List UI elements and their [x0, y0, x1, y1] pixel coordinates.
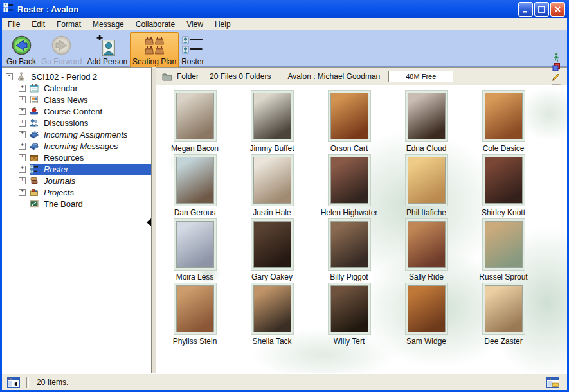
student-photo[interactable]: [485, 157, 523, 204]
close-button[interactable]: [550, 2, 565, 17]
student-card-dee-zaster[interactable]: Dee Zaster: [465, 283, 542, 347]
close-icon: [554, 5, 562, 13]
tree-item-course-content[interactable]: + Course Content: [2, 105, 151, 117]
free-space-indicator: 48M Free: [388, 71, 453, 82]
student-card-phil-itafiche[interactable]: Phil Itafiche: [388, 154, 465, 218]
news-icon: [30, 95, 39, 105]
pencil-icon[interactable]: [552, 72, 563, 82]
student-card-sam-widge[interactable]: Sam Widge: [388, 283, 465, 347]
student-name: Phil Itafiche: [406, 208, 446, 217]
title-bar[interactable]: Roster : Avalon: [0, 0, 569, 18]
session-user: Avalon : Michael Goodman: [287, 72, 380, 81]
tree-item-sci102-period-2[interactable]: - SCI102 - Period 2: [2, 71, 151, 82]
student-name: Shirley Knott: [482, 208, 525, 217]
seating-plan-button[interactable]: Seating Plan: [130, 32, 179, 67]
expand-icon[interactable]: +: [19, 166, 26, 173]
student-photo[interactable]: [253, 221, 291, 268]
tree-item-the-board[interactable]: The Board: [2, 198, 151, 209]
student-card-jimmy-buffet[interactable]: Jimmy Buffet: [233, 90, 311, 154]
student-photo[interactable]: [330, 221, 368, 268]
student-name: Orson Cart: [330, 144, 368, 153]
student-photo[interactable]: [330, 157, 368, 204]
toggle-tree-panel-icon[interactable]: [7, 377, 20, 388]
tree-item-roster[interactable]: + Roster: [2, 163, 151, 175]
student-photo[interactable]: [485, 285, 523, 332]
student-photo[interactable]: [330, 93, 368, 139]
tree-item-journals[interactable]: + Journals: [2, 175, 151, 186]
tree-item-incoming-messages[interactable]: + Incoming Messages: [2, 140, 151, 152]
expand-icon[interactable]: +: [19, 143, 26, 150]
student-card-orson-cart[interactable]: Orson Cart: [311, 90, 388, 154]
student-photo[interactable]: [330, 285, 368, 332]
student-card-justin-hale[interactable]: Justin Hale: [233, 154, 311, 218]
menu-item-message[interactable]: Message: [87, 19, 130, 30]
expand-icon[interactable]: +: [19, 120, 26, 127]
go-back-button[interactable]: Go Back: [4, 32, 39, 67]
maximize-button[interactable]: [534, 2, 549, 17]
menu-item-collaborate[interactable]: Collaborate: [130, 19, 181, 30]
tree-item-projects[interactable]: + Projects: [2, 186, 151, 198]
student-card-sheila-tack[interactable]: Sheila Tack: [233, 283, 311, 347]
student-card-gary-oakey[interactable]: Gary Oakey: [233, 218, 311, 283]
expand-icon[interactable]: +: [19, 108, 26, 115]
student-card-edna-cloud[interactable]: Edna Cloud: [388, 90, 465, 154]
student-card-sally-ride[interactable]: Sally Ride: [388, 218, 465, 283]
tree-item-label: Discussions: [42, 118, 90, 128]
expand-icon[interactable]: +: [19, 85, 26, 92]
roster-button[interactable]: Roster: [179, 32, 206, 67]
tree-item-discussions[interactable]: + Discussions: [2, 117, 151, 129]
student-card-shirley-knott[interactable]: Shirley Knott: [465, 154, 542, 218]
tree-item-class-news[interactable]: + Class News: [2, 94, 151, 105]
tree-item-label: Incoming Assignments: [42, 130, 129, 139]
person-info-icon[interactable]: [552, 53, 563, 62]
content-icon: [30, 107, 39, 116]
student-card-dan-gerous[interactable]: Dan Gerous: [156, 154, 233, 218]
menu-item-help[interactable]: Help: [209, 19, 237, 30]
student-photo[interactable]: [176, 221, 214, 268]
expand-icon[interactable]: +: [19, 131, 26, 138]
add-person-button[interactable]: Add Person: [84, 32, 130, 67]
student-photo[interactable]: [485, 93, 523, 139]
student-photo[interactable]: [176, 93, 214, 139]
student-photo[interactable]: [176, 157, 214, 204]
student-photo[interactable]: [176, 285, 214, 332]
tree-item-incoming-assignments[interactable]: + Incoming Assignments: [2, 129, 151, 140]
student-card-helen-highwater[interactable]: Helen Highwater: [311, 154, 388, 218]
student-photo[interactable]: [253, 285, 291, 332]
student-card-megan-bacon[interactable]: Megan Bacon: [156, 90, 233, 154]
student-card-russel-sprout[interactable]: Russel Sprout: [465, 218, 542, 283]
student-card-willy-tert[interactable]: Willy Tert: [311, 283, 388, 347]
student-card-moira-less[interactable]: Moira Less: [156, 218, 233, 283]
student-name: Dan Gerous: [174, 208, 216, 217]
expand-icon[interactable]: +: [19, 96, 26, 103]
student-card-cole-dasice[interactable]: Cole Dasice: [465, 90, 542, 154]
discussions-icon: [30, 118, 39, 128]
student-photo[interactable]: [408, 93, 446, 139]
expand-icon[interactable]: +: [19, 189, 26, 196]
layout-view-icon[interactable]: [546, 377, 559, 388]
student-photo[interactable]: [408, 221, 446, 268]
expand-icon[interactable]: -: [6, 73, 13, 80]
menu-item-view[interactable]: View: [181, 19, 209, 30]
menu-item-edit[interactable]: Edit: [26, 19, 51, 30]
student-photo[interactable]: [253, 157, 291, 204]
student-name: Phyliss Stein: [173, 337, 217, 346]
menu-item-file[interactable]: File: [2, 19, 26, 30]
tree-item-resources[interactable]: + Resources: [2, 152, 151, 163]
student-photo[interactable]: [253, 93, 291, 139]
layers-icon[interactable]: [552, 62, 563, 72]
student-card-billy-piggot[interactable]: Billy Piggot: [311, 218, 388, 283]
menu-item-format[interactable]: Format: [51, 19, 87, 30]
student-card-phyliss-stein[interactable]: Phyliss Stein: [156, 283, 233, 347]
student-photo[interactable]: [485, 221, 523, 268]
menu-bar: FileEditFormatMessageCollaborateViewHelp: [2, 18, 567, 30]
expand-icon[interactable]: +: [19, 154, 26, 161]
expand-icon[interactable]: +: [19, 177, 26, 184]
collapse-panel-arrow-icon[interactable]: [147, 218, 151, 226]
tree-item-calendar[interactable]: + Calendar: [2, 82, 151, 94]
items-count: 20 Items.: [37, 378, 68, 387]
student-photo[interactable]: [408, 285, 446, 332]
go-forward-button[interactable]: Go Forward: [39, 32, 84, 67]
student-photo[interactable]: [408, 157, 446, 204]
minimize-button[interactable]: [518, 2, 533, 17]
